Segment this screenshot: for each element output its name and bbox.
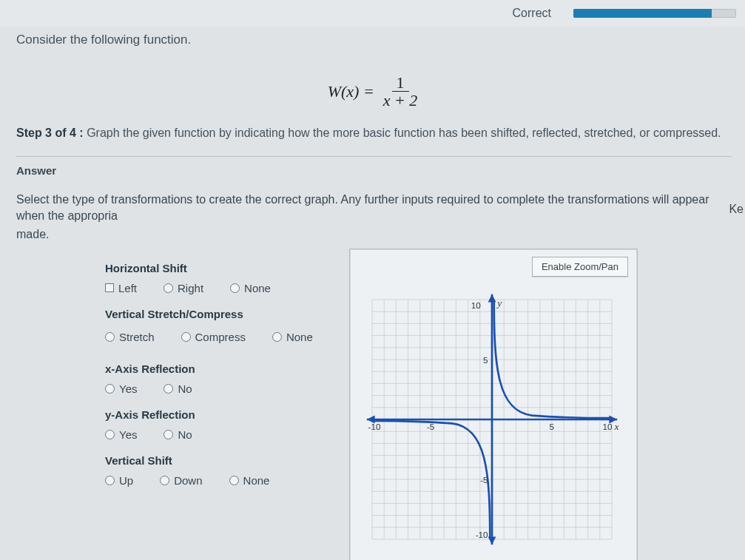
vshift-down-option[interactable]: Down xyxy=(160,474,202,487)
enable-zoom-button[interactable]: Enable Zoom/Pan xyxy=(532,257,628,277)
xreflect-no-option[interactable]: No xyxy=(164,382,192,395)
vshift-up-label: Up xyxy=(119,474,133,487)
progress-fill xyxy=(573,9,712,18)
y-axis-label: y xyxy=(496,297,502,308)
curve-branch-negative xyxy=(372,421,490,539)
tick-y-5: 5 xyxy=(483,355,488,365)
vstretch-title: Vertical Stretch/Compress xyxy=(105,308,334,320)
yreflect-options: Yes No xyxy=(105,428,334,441)
vstretch-compress-label: Compress xyxy=(195,331,246,343)
hshift-right-option[interactable]: Right xyxy=(164,282,203,294)
columns: Horizontal Shift Left Right None Vertica… xyxy=(16,249,732,560)
xreflect-yes-label: Yes xyxy=(119,382,137,395)
hshift-left-label: Left xyxy=(118,282,137,294)
yreflect-yes-label: Yes xyxy=(119,428,137,441)
yreflect-no-option[interactable]: No xyxy=(164,428,192,441)
tick-x-5: 5 xyxy=(549,422,554,431)
vstretch-options: Stretch Compress None xyxy=(105,331,334,343)
instructions-line2: made. xyxy=(16,226,732,243)
radio-icon xyxy=(105,476,115,485)
radio-icon xyxy=(164,430,173,439)
graph-column: Enable Zoom/Pan xyxy=(349,249,732,560)
question-prompt: Consider the following function. xyxy=(16,33,732,47)
vshift-down-label: Down xyxy=(174,474,202,487)
checkbox-icon xyxy=(105,283,114,292)
tick-x-neg10: -10 xyxy=(368,422,381,431)
progress-bar xyxy=(573,9,736,18)
xreflect-yes-option[interactable]: Yes xyxy=(105,382,137,395)
formula-fraction: 1 x + 2 xyxy=(380,74,421,109)
formula-numerator: 1 xyxy=(392,74,409,92)
tick-y-10: 10 xyxy=(471,300,482,310)
step-line: Step 3 of 4 : Graph the given function b… xyxy=(16,126,732,140)
top-bar: Correct xyxy=(0,0,745,27)
radio-icon xyxy=(164,384,173,394)
radio-icon xyxy=(272,332,282,342)
hshift-right-label: Right xyxy=(178,282,203,294)
curve-branch-positive xyxy=(494,300,612,418)
step-label: Step 3 of 4 : xyxy=(16,126,84,139)
hint-truncated: Ke xyxy=(729,203,744,216)
radio-icon xyxy=(230,283,240,293)
radio-icon xyxy=(105,332,115,342)
hshift-none-label: None xyxy=(244,282,271,294)
vstretch-stretch-option[interactable]: Stretch xyxy=(105,331,155,343)
vshift-none-option[interactable]: None xyxy=(229,474,270,487)
yreflect-title: y-Axis Reflection xyxy=(105,408,334,421)
content-area: Consider the following function. W(x) = … xyxy=(0,27,745,560)
formula-lhs: W(x) = xyxy=(328,82,374,101)
vshift-none-label: None xyxy=(243,474,270,487)
horizontal-shift-title: Horizontal Shift xyxy=(105,262,334,274)
correct-label: Correct xyxy=(513,7,551,20)
graph-svg: y x 10 5 -5 -10 5 10 -5 -10 xyxy=(359,286,625,553)
formula-denominator: x + 2 xyxy=(380,92,421,109)
hshift-left-option[interactable]: Left xyxy=(105,282,137,294)
xreflect-no-label: No xyxy=(178,382,192,395)
tick-x-10: 10 xyxy=(602,422,613,431)
vstretch-none-option[interactable]: None xyxy=(272,331,313,343)
radio-icon xyxy=(105,384,115,394)
vshift-options: Up Down None xyxy=(105,474,334,487)
yreflect-no-label: No xyxy=(178,428,192,441)
xreflect-options: Yes No xyxy=(105,382,334,395)
tick-y-neg5: -5 xyxy=(480,475,488,485)
horizontal-shift-options: Left Right None xyxy=(105,282,334,294)
vshift-title: Vertical Shift xyxy=(105,454,334,467)
transform-controls: Horizontal Shift Left Right None Vertica… xyxy=(16,249,334,487)
vstretch-none-label: None xyxy=(286,331,313,343)
divider xyxy=(16,156,732,157)
tick-y-neg10: -10 xyxy=(476,530,488,539)
vstretch-compress-option[interactable]: Compress xyxy=(181,331,246,343)
radio-icon xyxy=(105,430,115,439)
radio-icon xyxy=(181,332,191,342)
graph-canvas[interactable]: y x 10 5 -5 -10 5 10 -5 -10 xyxy=(359,286,625,553)
radio-icon xyxy=(164,283,173,293)
step-text: Graph the given function by indicating h… xyxy=(87,126,721,139)
x-axis-label: x xyxy=(614,421,619,432)
instructions-line1: Select the type of transformations to cr… xyxy=(16,192,732,223)
answer-label: Answer xyxy=(16,164,732,177)
xreflect-title: x-Axis Reflection xyxy=(105,362,334,375)
radio-icon xyxy=(229,476,239,485)
tick-x-neg5: -5 xyxy=(427,422,435,431)
yreflect-yes-option[interactable]: Yes xyxy=(105,428,137,441)
hshift-none-option[interactable]: None xyxy=(230,282,271,294)
radio-icon xyxy=(160,476,169,485)
formula: W(x) = 1 x + 2 xyxy=(16,74,732,109)
vshift-up-option[interactable]: Up xyxy=(105,474,133,487)
vstretch-stretch-label: Stretch xyxy=(119,331,155,343)
graph-panel: Enable Zoom/Pan xyxy=(349,249,638,560)
